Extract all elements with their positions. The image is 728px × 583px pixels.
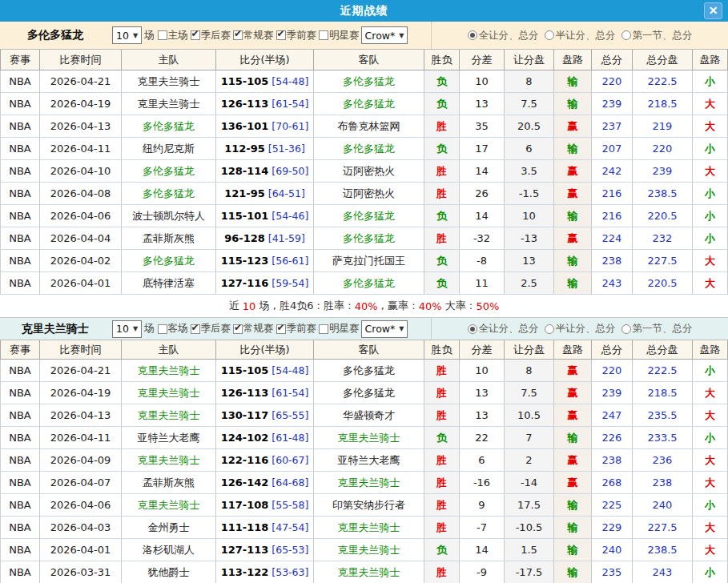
checkbox-box: ✔ <box>233 30 243 40</box>
filter-checkbox[interactable]: ✔季前赛 <box>276 322 317 336</box>
radio-dot <box>470 327 475 332</box>
close-icon: ✕ <box>709 4 718 17</box>
away-team-cell: 多伦多猛龙 <box>314 360 424 382</box>
total-cell: 224 <box>592 227 633 250</box>
radio-dot <box>470 33 475 38</box>
filter-radio[interactable]: 全让分、总分 <box>468 29 539 42</box>
result-cell: 胜 <box>424 160 460 183</box>
filter-checkbox[interactable]: ✔季后赛 <box>191 322 231 336</box>
table-row: NBA2026-04-19克里夫兰骑士126-113[61-54]多伦多猛龙胜1… <box>0 382 728 404</box>
team-name: 多伦多猛龙 <box>0 28 111 42</box>
result-cell: 负 <box>424 70 460 93</box>
table-row: NBA2026-04-11亚特兰大老鹰124-102[61-48]克里夫兰骑士负… <box>0 427 728 449</box>
radio-label: 第一节、总分 <box>633 322 693 336</box>
checkbox-label: 常规赛 <box>243 322 274 336</box>
away-team-cell: 克里夫兰骑士 <box>314 561 424 583</box>
games-count-select[interactable]: 10 ▼ <box>112 26 142 44</box>
filter-radio[interactable]: 第一节、总分 <box>621 29 693 42</box>
league-cell: NBA <box>0 138 40 160</box>
away-team-cell: 印第安纳步行者 <box>314 494 424 517</box>
filter-checkbox[interactable]: 主场 <box>158 29 188 42</box>
column-header: 总分盘 <box>633 50 693 70</box>
filter-radio[interactable]: 全让分、总分 <box>468 322 539 336</box>
column-header: 分差 <box>460 340 505 360</box>
date-cell: 2026-04-06 <box>40 494 122 517</box>
total-cell: 220 <box>592 70 633 93</box>
score-cell: 128-114[69-50] <box>216 160 314 183</box>
filter-checkbox[interactable]: 客场 <box>158 322 188 336</box>
league-cell: NBA <box>0 272 40 295</box>
handicap-result-cell: 输 <box>554 494 592 517</box>
handicap-result-cell: 赢 <box>554 449 592 472</box>
filter-checkbox[interactable]: ✔季前赛 <box>276 29 317 42</box>
result-cell: 胜 <box>424 183 460 205</box>
home-team-cell: 底特律活塞 <box>122 272 216 295</box>
home-team-cell: 犹他爵士 <box>122 561 216 583</box>
chevron-down-icon: ▼ <box>399 325 404 332</box>
home-team-cell: 孟菲斯灰熊 <box>122 472 216 494</box>
total-cell: 235 <box>592 561 633 583</box>
checkbox-box: ✔ <box>276 324 286 334</box>
column-header: 盘路 <box>693 340 728 360</box>
league-cell: NBA <box>0 382 40 404</box>
filter-radio[interactable]: 第一节、总分 <box>621 322 693 336</box>
team-filter-select[interactable]: Crow* ▼ <box>361 320 408 338</box>
half-score: [41-59] <box>268 232 305 244</box>
home-team-cell: 克里夫兰骑士 <box>122 404 216 427</box>
handicap-cell: 7.5 <box>505 93 554 115</box>
radio-circle <box>545 30 554 40</box>
filter-radio[interactable]: 半让分、总分 <box>545 29 616 42</box>
score-cell: 121-95[64-51] <box>216 183 314 205</box>
league-cell: NBA <box>0 427 40 449</box>
score-cell: 126-113[61-54] <box>216 93 314 115</box>
handicap-result-cell: 输 <box>554 427 592 449</box>
check-icon: ✔ <box>191 28 199 39</box>
final-score: 126-113 <box>221 387 269 399</box>
summary-row: 近 10 场 , 胜4负6 : 胜率 : 40% , 赢率 : 40% 大率 :… <box>0 295 728 318</box>
table-row: NBA2026-04-01洛杉矶湖人127-113[65-53]克里夫兰骑士负1… <box>0 539 728 561</box>
league-cell: NBA <box>0 205 40 227</box>
summary-segment: 40% <box>419 300 442 312</box>
ou-result-cell: 大 <box>693 250 728 272</box>
handicap-cell: 17.5 <box>505 494 554 517</box>
games-count-select[interactable]: 10 ▼ <box>112 320 142 338</box>
league-cell: NBA <box>0 227 40 250</box>
total-line-cell: 222.5 <box>633 360 693 382</box>
handicap-cell: 1.5 <box>505 539 554 561</box>
final-score: 115-101 <box>221 210 269 222</box>
filter-checkbox[interactable]: ✔季后赛 <box>191 29 231 42</box>
column-header: 分差 <box>460 50 505 70</box>
total-cell: 242 <box>592 160 633 183</box>
final-score: 96-128 <box>224 232 265 244</box>
handicap-result-cell: 赢 <box>554 227 592 250</box>
diff-cell: 14 <box>460 160 505 183</box>
total-line-cell: 227.5 <box>633 250 693 272</box>
checkbox-box <box>158 324 167 334</box>
handicap-result-cell: 输 <box>554 70 592 93</box>
filter-checkbox[interactable]: ✔常规赛 <box>233 322 274 336</box>
filter-checkbox[interactable]: ✔常规赛 <box>233 29 274 42</box>
column-header: 客队 <box>314 50 424 70</box>
filter-checkbox[interactable]: 明星赛 <box>319 322 360 336</box>
final-score: 111-118 <box>221 521 269 533</box>
final-score: 126-142 <box>221 476 269 489</box>
chevron-down-icon: ▼ <box>133 325 138 332</box>
titlebar: 近期战绩 ✕ <box>0 0 728 22</box>
table-row: NBA2026-04-07孟菲斯灰熊126-142[64-68]克里夫兰骑士胜-… <box>0 472 728 494</box>
home-team-cell: 多伦多猛龙 <box>122 250 216 272</box>
league-cell: NBA <box>0 70 40 93</box>
close-button[interactable]: ✕ <box>704 2 722 19</box>
filter-radio[interactable]: 半让分、总分 <box>545 322 616 336</box>
date-cell: 2026-04-06 <box>40 205 122 227</box>
total-line-cell: 218.5 <box>633 382 693 404</box>
table-row: NBA2026-04-21克里夫兰骑士115-105[54-48]多伦多猛龙负1… <box>0 70 728 93</box>
table-row: NBA2026-04-11纽约尼克斯112-95[51-36]多伦多猛龙负176… <box>0 138 728 160</box>
diff-cell: 13 <box>460 404 505 427</box>
total-cell: 216 <box>592 183 633 205</box>
table-row: NBA2026-04-02多伦多猛龙115-123[56-61]萨克拉门托国王负… <box>0 250 728 272</box>
filter-checkbox[interactable]: 明星赛 <box>319 29 360 42</box>
team-filter-select[interactable]: Crow* ▼ <box>361 26 408 44</box>
total-line-cell: 232 <box>633 227 693 250</box>
total-cell: 268 <box>592 472 633 494</box>
date-cell: 2026-04-21 <box>40 70 122 93</box>
